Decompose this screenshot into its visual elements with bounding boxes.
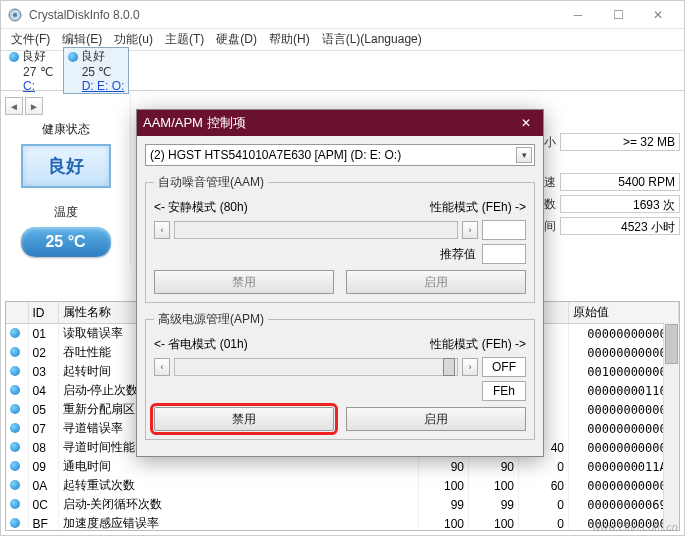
apm-enable-button[interactable]: 启用 bbox=[346, 407, 526, 431]
chevron-down-icon: ▾ bbox=[516, 147, 532, 163]
menu-theme[interactable]: 主题(T) bbox=[159, 29, 210, 50]
cell-id: 0A bbox=[28, 476, 58, 495]
drive-status: 良好 bbox=[22, 48, 46, 65]
cell-c3: 0 bbox=[519, 457, 569, 476]
status-dot-icon bbox=[9, 52, 19, 62]
table-row[interactable]: 0A起转重试次数10010060000000000000 bbox=[6, 476, 679, 495]
titlebar: CrystalDiskInfo 8.0.0 ─ ☐ ✕ bbox=[1, 1, 684, 29]
cell-id: 09 bbox=[28, 457, 58, 476]
prev-drive-button[interactable]: ◄ bbox=[5, 97, 23, 115]
info-val: 5400 RPM bbox=[560, 173, 680, 191]
cell-raw: 000000000000 bbox=[569, 324, 679, 344]
drive-item-0[interactable]: 良好 27 ℃ C: bbox=[5, 48, 57, 93]
cell-id: 05 bbox=[28, 400, 58, 419]
info-val: 1693 次 bbox=[560, 195, 680, 213]
apm-slider-track[interactable] bbox=[174, 358, 458, 376]
dialog-close-button[interactable]: ✕ bbox=[515, 114, 537, 132]
temp-title: 温度 bbox=[5, 204, 126, 221]
apm-slider-thumb[interactable] bbox=[443, 358, 455, 376]
status-dot-icon bbox=[10, 385, 20, 395]
table-row[interactable]: 0C启动-关闭循环次数9999000000000069D bbox=[6, 495, 679, 514]
cell-name: 通电时间 bbox=[58, 457, 419, 476]
apm-value-box: OFF bbox=[482, 357, 526, 377]
cell-c2: 90 bbox=[469, 457, 519, 476]
aam-disable-button[interactable]: 禁用 bbox=[154, 270, 334, 294]
status-dot-icon bbox=[10, 461, 20, 471]
cell-id: 01 bbox=[28, 324, 58, 344]
dialog-titlebar[interactable]: AAM/APM 控制项 ✕ bbox=[137, 110, 543, 136]
cell-id: 04 bbox=[28, 381, 58, 400]
drive-status: 良好 bbox=[81, 48, 105, 65]
dialog-title: AAM/APM 控制项 bbox=[143, 114, 515, 132]
status-dot-icon bbox=[10, 328, 20, 338]
scrollbar-thumb[interactable] bbox=[665, 324, 678, 364]
cell-id: 0C bbox=[28, 495, 58, 514]
table-row[interactable]: 09通电时间909000000000011AB bbox=[6, 457, 679, 476]
cell-raw: 000000000000 bbox=[569, 343, 679, 362]
apm-slider-left[interactable]: ‹ bbox=[154, 358, 170, 376]
cell-raw: 000000000000 bbox=[569, 438, 679, 457]
info-val: 4523 小时 bbox=[560, 217, 680, 235]
aam-quiet-label: <- 安静模式 (80h) bbox=[154, 199, 248, 216]
col-id[interactable]: ID bbox=[28, 302, 58, 324]
maximize-button[interactable]: ☐ bbox=[598, 4, 638, 26]
drive-item-1[interactable]: 良好 25 ℃ D: E: O: bbox=[63, 47, 130, 94]
status-dot-icon bbox=[10, 423, 20, 433]
cell-raw: 000000000000 bbox=[569, 419, 679, 438]
cell-c2: 100 bbox=[469, 476, 519, 495]
status-dot-icon bbox=[10, 499, 20, 509]
table-row[interactable]: BF加速度感应错误率1001000000000000000 bbox=[6, 514, 679, 531]
table-scrollbar[interactable] bbox=[663, 322, 679, 530]
drive-strip: 良好 27 ℃ C: 良好 25 ℃ D: E: O: bbox=[1, 51, 684, 91]
info-grid: 大小>= 32 MB 转速5400 RPM 次数1693 次 时间4523 小时 bbox=[520, 131, 680, 237]
cell-raw: 000000000000 bbox=[569, 400, 679, 419]
aam-slider-track[interactable] bbox=[174, 221, 458, 239]
apm-save-label: <- 省电模式 (01h) bbox=[154, 336, 248, 353]
drive-select-combo[interactable]: (2) HGST HTS541010A7E630 [APM] (D: E: O:… bbox=[145, 144, 535, 166]
cell-id: 07 bbox=[28, 419, 58, 438]
cell-id: 03 bbox=[28, 362, 58, 381]
cell-name: 启动-关闭循环次数 bbox=[58, 495, 419, 514]
cell-raw: 001000000001 bbox=[569, 362, 679, 381]
cell-c1: 90 bbox=[419, 457, 469, 476]
left-pane: ◄ ► 健康状态 良好 温度 25 °C bbox=[1, 91, 131, 265]
cell-name: 起转重试次数 bbox=[58, 476, 419, 495]
apm-legend: 高级电源管理(APM) bbox=[154, 311, 268, 328]
menu-lang[interactable]: 语言(L)(Language) bbox=[316, 29, 428, 50]
col-status[interactable] bbox=[6, 302, 28, 324]
temp-value-pill: 25 °C bbox=[21, 227, 111, 257]
cell-raw: 000000000000 bbox=[569, 476, 679, 495]
aam-slider-right[interactable]: › bbox=[462, 221, 478, 239]
col-raw[interactable]: 原始值 bbox=[569, 302, 679, 324]
cell-c2: 100 bbox=[469, 514, 519, 531]
cell-raw: 0000000011AB bbox=[569, 457, 679, 476]
cell-raw: 00000000110A bbox=[569, 381, 679, 400]
cell-c3: 60 bbox=[519, 476, 569, 495]
menu-disk[interactable]: 硬盘(D) bbox=[210, 29, 263, 50]
aam-enable-button[interactable]: 启用 bbox=[346, 270, 526, 294]
next-drive-button[interactable]: ► bbox=[25, 97, 43, 115]
cell-name: 加速度感应错误率 bbox=[58, 514, 419, 531]
aam-group: 自动噪音管理(AAM) <- 安静模式 (80h) 性能模式 (FEh) -> … bbox=[145, 174, 535, 303]
menu-help[interactable]: 帮助(H) bbox=[263, 29, 316, 50]
status-dot-icon bbox=[10, 442, 20, 452]
drive-temp: 25 ℃ bbox=[68, 65, 112, 79]
apm-current-value: FEh bbox=[482, 381, 526, 401]
status-dot-icon bbox=[10, 366, 20, 376]
aam-rec-value bbox=[482, 244, 526, 264]
apm-slider-right[interactable]: › bbox=[462, 358, 478, 376]
window-title: CrystalDiskInfo 8.0.0 bbox=[29, 8, 558, 22]
minimize-button[interactable]: ─ bbox=[558, 4, 598, 26]
drive-select-value: (2) HGST HTS541010A7E630 [APM] (D: E: O:… bbox=[150, 148, 401, 162]
cell-c1: 100 bbox=[419, 476, 469, 495]
close-button[interactable]: ✕ bbox=[638, 4, 678, 26]
apm-disable-button[interactable]: 禁用 bbox=[154, 407, 334, 431]
aam-perf-label: 性能模式 (FEh) -> bbox=[430, 199, 526, 216]
cell-id: 02 bbox=[28, 343, 58, 362]
status-dot-icon bbox=[10, 518, 20, 528]
cell-id: BF bbox=[28, 514, 58, 531]
menu-file[interactable]: 文件(F) bbox=[5, 29, 56, 50]
status-dot-icon bbox=[10, 347, 20, 357]
aam-slider-left[interactable]: ‹ bbox=[154, 221, 170, 239]
drive-temp: 27 ℃ bbox=[9, 65, 53, 79]
